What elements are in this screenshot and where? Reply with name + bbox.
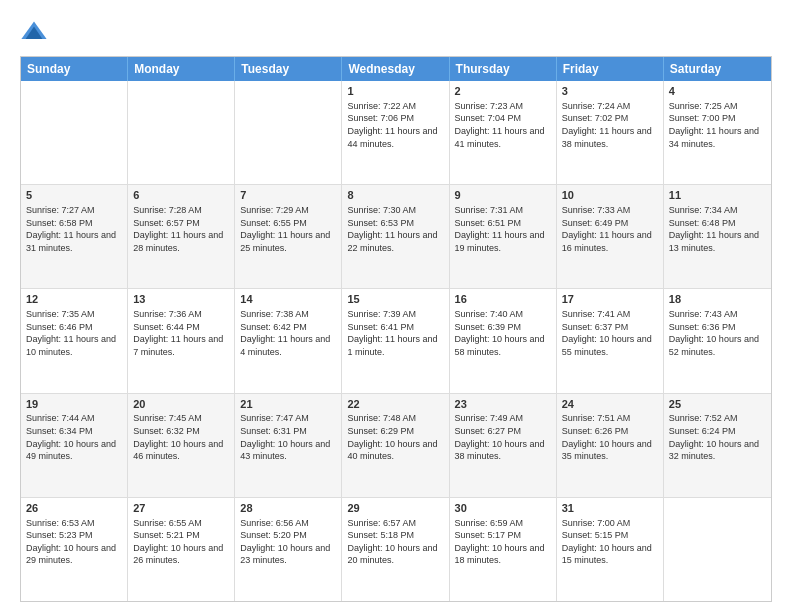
calendar-cell: 13Sunrise: 7:36 AM Sunset: 6:44 PM Dayli… [128, 289, 235, 392]
day-info: Sunrise: 7:24 AM Sunset: 7:02 PM Dayligh… [562, 100, 658, 150]
day-info: Sunrise: 7:28 AM Sunset: 6:57 PM Dayligh… [133, 204, 229, 254]
day-info: Sunrise: 7:31 AM Sunset: 6:51 PM Dayligh… [455, 204, 551, 254]
calendar-body: 1Sunrise: 7:22 AM Sunset: 7:06 PM Daylig… [21, 81, 771, 601]
weekday-header: Wednesday [342, 57, 449, 81]
day-info: Sunrise: 7:22 AM Sunset: 7:06 PM Dayligh… [347, 100, 443, 150]
day-number: 25 [669, 397, 766, 412]
calendar-cell: 18Sunrise: 7:43 AM Sunset: 6:36 PM Dayli… [664, 289, 771, 392]
calendar-cell: 29Sunrise: 6:57 AM Sunset: 5:18 PM Dayli… [342, 498, 449, 601]
day-number: 23 [455, 397, 551, 412]
day-number: 5 [26, 188, 122, 203]
day-info: Sunrise: 6:59 AM Sunset: 5:17 PM Dayligh… [455, 517, 551, 567]
calendar-cell: 11Sunrise: 7:34 AM Sunset: 6:48 PM Dayli… [664, 185, 771, 288]
calendar-cell: 14Sunrise: 7:38 AM Sunset: 6:42 PM Dayli… [235, 289, 342, 392]
day-number: 4 [669, 84, 766, 99]
calendar-row: 12Sunrise: 7:35 AM Sunset: 6:46 PM Dayli… [21, 288, 771, 392]
day-number: 15 [347, 292, 443, 307]
day-number: 28 [240, 501, 336, 516]
day-number: 21 [240, 397, 336, 412]
day-info: Sunrise: 7:49 AM Sunset: 6:27 PM Dayligh… [455, 412, 551, 462]
calendar-cell: 27Sunrise: 6:55 AM Sunset: 5:21 PM Dayli… [128, 498, 235, 601]
day-number: 8 [347, 188, 443, 203]
day-number: 1 [347, 84, 443, 99]
day-info: Sunrise: 7:38 AM Sunset: 6:42 PM Dayligh… [240, 308, 336, 358]
calendar-cell: 9Sunrise: 7:31 AM Sunset: 6:51 PM Daylig… [450, 185, 557, 288]
day-number: 2 [455, 84, 551, 99]
day-number: 24 [562, 397, 658, 412]
calendar-cell: 12Sunrise: 7:35 AM Sunset: 6:46 PM Dayli… [21, 289, 128, 392]
day-info: Sunrise: 7:29 AM Sunset: 6:55 PM Dayligh… [240, 204, 336, 254]
day-number: 29 [347, 501, 443, 516]
day-number: 7 [240, 188, 336, 203]
day-number: 18 [669, 292, 766, 307]
calendar-cell: 10Sunrise: 7:33 AM Sunset: 6:49 PM Dayli… [557, 185, 664, 288]
calendar-cell: 3Sunrise: 7:24 AM Sunset: 7:02 PM Daylig… [557, 81, 664, 184]
day-info: Sunrise: 7:43 AM Sunset: 6:36 PM Dayligh… [669, 308, 766, 358]
calendar-cell: 25Sunrise: 7:52 AM Sunset: 6:24 PM Dayli… [664, 394, 771, 497]
calendar-cell: 22Sunrise: 7:48 AM Sunset: 6:29 PM Dayli… [342, 394, 449, 497]
day-info: Sunrise: 6:57 AM Sunset: 5:18 PM Dayligh… [347, 517, 443, 567]
day-info: Sunrise: 6:56 AM Sunset: 5:20 PM Dayligh… [240, 517, 336, 567]
weekday-header: Thursday [450, 57, 557, 81]
day-number: 17 [562, 292, 658, 307]
day-info: Sunrise: 7:23 AM Sunset: 7:04 PM Dayligh… [455, 100, 551, 150]
day-number: 20 [133, 397, 229, 412]
weekday-header: Saturday [664, 57, 771, 81]
day-number: 3 [562, 84, 658, 99]
day-info: Sunrise: 7:30 AM Sunset: 6:53 PM Dayligh… [347, 204, 443, 254]
day-number: 10 [562, 188, 658, 203]
calendar-cell: 8Sunrise: 7:30 AM Sunset: 6:53 PM Daylig… [342, 185, 449, 288]
day-info: Sunrise: 7:35 AM Sunset: 6:46 PM Dayligh… [26, 308, 122, 358]
day-info: Sunrise: 7:27 AM Sunset: 6:58 PM Dayligh… [26, 204, 122, 254]
logo [20, 18, 52, 46]
day-number: 11 [669, 188, 766, 203]
calendar-cell: 28Sunrise: 6:56 AM Sunset: 5:20 PM Dayli… [235, 498, 342, 601]
page: SundayMondayTuesdayWednesdayThursdayFrid… [0, 0, 792, 612]
calendar-cell: 20Sunrise: 7:45 AM Sunset: 6:32 PM Dayli… [128, 394, 235, 497]
day-info: Sunrise: 7:44 AM Sunset: 6:34 PM Dayligh… [26, 412, 122, 462]
day-info: Sunrise: 6:53 AM Sunset: 5:23 PM Dayligh… [26, 517, 122, 567]
day-info: Sunrise: 7:33 AM Sunset: 6:49 PM Dayligh… [562, 204, 658, 254]
calendar-cell: 17Sunrise: 7:41 AM Sunset: 6:37 PM Dayli… [557, 289, 664, 392]
day-info: Sunrise: 7:36 AM Sunset: 6:44 PM Dayligh… [133, 308, 229, 358]
calendar-row: 1Sunrise: 7:22 AM Sunset: 7:06 PM Daylig… [21, 81, 771, 184]
calendar-cell: 4Sunrise: 7:25 AM Sunset: 7:00 PM Daylig… [664, 81, 771, 184]
calendar-cell: 26Sunrise: 6:53 AM Sunset: 5:23 PM Dayli… [21, 498, 128, 601]
calendar-cell: 19Sunrise: 7:44 AM Sunset: 6:34 PM Dayli… [21, 394, 128, 497]
day-info: Sunrise: 7:25 AM Sunset: 7:00 PM Dayligh… [669, 100, 766, 150]
calendar-cell: 16Sunrise: 7:40 AM Sunset: 6:39 PM Dayli… [450, 289, 557, 392]
day-number: 26 [26, 501, 122, 516]
day-info: Sunrise: 7:34 AM Sunset: 6:48 PM Dayligh… [669, 204, 766, 254]
logo-icon [20, 18, 48, 46]
day-number: 6 [133, 188, 229, 203]
day-info: Sunrise: 7:39 AM Sunset: 6:41 PM Dayligh… [347, 308, 443, 358]
day-info: Sunrise: 7:41 AM Sunset: 6:37 PM Dayligh… [562, 308, 658, 358]
day-info: Sunrise: 7:52 AM Sunset: 6:24 PM Dayligh… [669, 412, 766, 462]
calendar-cell: 7Sunrise: 7:29 AM Sunset: 6:55 PM Daylig… [235, 185, 342, 288]
day-number: 27 [133, 501, 229, 516]
day-number: 19 [26, 397, 122, 412]
day-info: Sunrise: 6:55 AM Sunset: 5:21 PM Dayligh… [133, 517, 229, 567]
day-number: 31 [562, 501, 658, 516]
calendar-row: 19Sunrise: 7:44 AM Sunset: 6:34 PM Dayli… [21, 393, 771, 497]
calendar-cell [235, 81, 342, 184]
calendar: SundayMondayTuesdayWednesdayThursdayFrid… [20, 56, 772, 602]
day-info: Sunrise: 7:51 AM Sunset: 6:26 PM Dayligh… [562, 412, 658, 462]
day-number: 22 [347, 397, 443, 412]
day-number: 30 [455, 501, 551, 516]
weekday-header: Monday [128, 57, 235, 81]
calendar-cell [664, 498, 771, 601]
day-number: 14 [240, 292, 336, 307]
day-info: Sunrise: 7:47 AM Sunset: 6:31 PM Dayligh… [240, 412, 336, 462]
calendar-cell: 21Sunrise: 7:47 AM Sunset: 6:31 PM Dayli… [235, 394, 342, 497]
calendar-cell: 15Sunrise: 7:39 AM Sunset: 6:41 PM Dayli… [342, 289, 449, 392]
day-info: Sunrise: 7:00 AM Sunset: 5:15 PM Dayligh… [562, 517, 658, 567]
calendar-cell [128, 81, 235, 184]
calendar-cell: 24Sunrise: 7:51 AM Sunset: 6:26 PM Dayli… [557, 394, 664, 497]
calendar-cell: 23Sunrise: 7:49 AM Sunset: 6:27 PM Dayli… [450, 394, 557, 497]
calendar-cell: 5Sunrise: 7:27 AM Sunset: 6:58 PM Daylig… [21, 185, 128, 288]
day-number: 12 [26, 292, 122, 307]
calendar-row: 26Sunrise: 6:53 AM Sunset: 5:23 PM Dayli… [21, 497, 771, 601]
day-info: Sunrise: 7:45 AM Sunset: 6:32 PM Dayligh… [133, 412, 229, 462]
day-info: Sunrise: 7:40 AM Sunset: 6:39 PM Dayligh… [455, 308, 551, 358]
